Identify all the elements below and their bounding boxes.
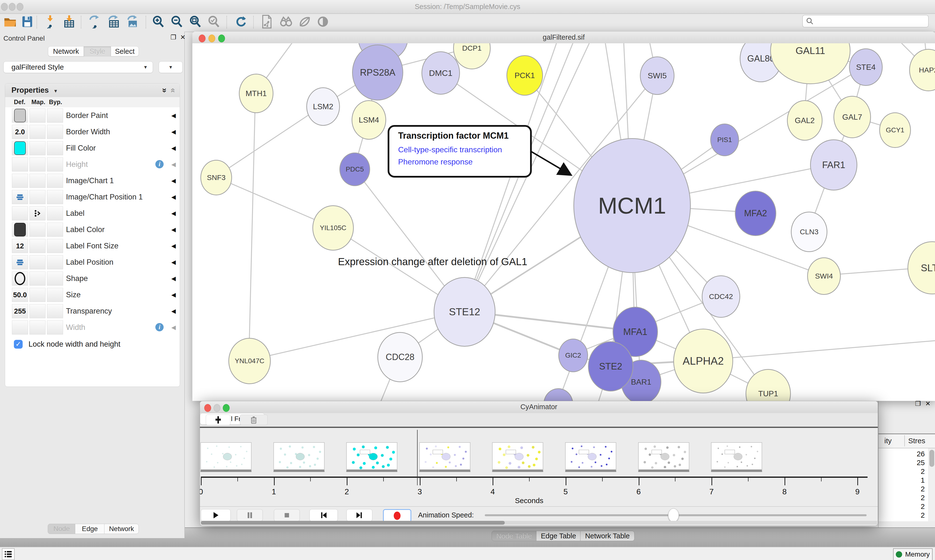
- default-value-cell[interactable]: [12, 141, 28, 155]
- network-node-ste4[interactable]: STE4: [849, 48, 883, 86]
- open-folder-button[interactable]: [3, 15, 17, 29]
- task-history-button[interactable]: [2, 548, 15, 560]
- default-value-cell[interactable]: [12, 223, 28, 237]
- memory-button[interactable]: Memory: [893, 548, 933, 560]
- tab-select[interactable]: Select: [111, 46, 139, 57]
- network-node-gic2[interactable]: GIC2: [559, 338, 588, 372]
- skip-to-start-button[interactable]: [310, 509, 338, 521]
- default-value-cell[interactable]: [12, 157, 28, 171]
- default-value-cell[interactable]: 2.0: [12, 125, 28, 139]
- expand-row-icon[interactable]: ◀: [171, 156, 176, 172]
- cyanimator-scrollbar[interactable]: [201, 521, 877, 525]
- animation-frame-thumbnail-6[interactable]: [638, 442, 689, 472]
- table-cell-value[interactable]: 2: [921, 467, 925, 475]
- minimize-window-icon[interactable]: [9, 3, 15, 11]
- expand-row-icon[interactable]: ◀: [171, 303, 176, 319]
- zoom-fit-button[interactable]: [188, 15, 202, 29]
- mapping-cell[interactable]: [29, 239, 46, 253]
- import-table-button[interactable]: [62, 15, 76, 29]
- annotation-link[interactable]: Cell-type-specific transcription: [398, 145, 502, 154]
- mapping-cell[interactable]: [29, 255, 46, 269]
- bypass-cell[interactable]: [47, 157, 63, 171]
- network-node-mth1[interactable]: MTH1: [239, 74, 273, 113]
- network-node-alpha2[interactable]: ALPHA2: [673, 329, 733, 393]
- default-value-cell[interactable]: [12, 174, 28, 188]
- table-cell-value[interactable]: 26: [917, 450, 925, 458]
- animation-frame-thumbnail-7[interactable]: [711, 442, 762, 472]
- network-node-ste2[interactable]: STE2: [588, 341, 633, 391]
- add-frame-button[interactable]: [206, 414, 231, 425]
- refresh-button[interactable]: [234, 15, 248, 29]
- default-value-cell[interactable]: 255: [12, 304, 28, 318]
- default-value-cell[interactable]: 12: [12, 239, 28, 253]
- info-icon[interactable]: i: [155, 160, 164, 168]
- expand-row-icon[interactable]: ◀: [171, 205, 176, 222]
- animation-frame-thumbnail-2[interactable]: [346, 442, 397, 472]
- animation-frame-thumbnail-5[interactable]: [565, 442, 616, 472]
- bypass-cell[interactable]: [47, 320, 63, 334]
- tab-style[interactable]: Style: [83, 46, 111, 57]
- close-window-icon[interactable]: [204, 404, 211, 412]
- mapping-cell[interactable]: [29, 206, 46, 220]
- bypass-cell[interactable]: [47, 304, 63, 318]
- maximize-window-icon[interactable]: [218, 35, 225, 42]
- expand-row-icon[interactable]: ◀: [171, 270, 176, 286]
- minimize-window-icon[interactable]: [208, 35, 215, 42]
- network-node-swi4[interactable]: SWI4: [807, 257, 841, 295]
- table-cell-value[interactable]: 2: [921, 485, 925, 493]
- panel-tab-network-table[interactable]: Network Table: [580, 531, 634, 541]
- mapping-cell[interactable]: [29, 157, 46, 171]
- network-node-lsm4[interactable]: LSM4: [352, 100, 386, 140]
- scrollbar-thumb[interactable]: [201, 521, 505, 525]
- collapse-all-icon[interactable]: »: [167, 88, 177, 93]
- default-value-cell[interactable]: [12, 109, 28, 123]
- network-node-ste12[interactable]: STE12: [434, 277, 495, 347]
- default-value-cell[interactable]: [12, 190, 28, 204]
- expand-row-icon[interactable]: ◀: [171, 319, 176, 335]
- info-icon[interactable]: i: [155, 323, 164, 331]
- scrollbar-thumb[interactable]: [929, 450, 934, 467]
- slider-handle[interactable]: [668, 508, 679, 522]
- panel-tab-edge-table[interactable]: Edge Table: [536, 531, 581, 541]
- minimize-window-icon[interactable]: [213, 404, 221, 412]
- save-button[interactable]: [20, 15, 34, 29]
- network-canvas[interactable]: DCP1RPS28ADMC1PCK1SWI5GAL80GAL11STE4HAP2…: [192, 43, 935, 401]
- expand-row-icon[interactable]: ◀: [171, 254, 176, 270]
- mapping-cell[interactable]: [29, 288, 46, 302]
- expand-row-icon[interactable]: ◀: [171, 189, 176, 205]
- hide-details-button[interactable]: [298, 15, 311, 29]
- bypass-cell[interactable]: [47, 239, 63, 253]
- default-value-cell[interactable]: 50.0: [12, 288, 28, 302]
- skip-to-end-button[interactable]: [347, 509, 372, 521]
- network-node-gcy1[interactable]: GCY1: [879, 112, 911, 148]
- style-target-tab-edge[interactable]: Edge: [75, 524, 105, 534]
- import-network-button[interactable]: [43, 15, 57, 29]
- annotation-link[interactable]: Pheromone response: [398, 157, 473, 166]
- mapping-cell[interactable]: [29, 174, 46, 188]
- animation-frame-thumbnail-0[interactable]: [201, 442, 251, 472]
- animation-frame-thumbnail-4[interactable]: [492, 442, 543, 472]
- bypass-cell[interactable]: [47, 109, 63, 123]
- bypass-cell[interactable]: [47, 255, 63, 269]
- network-node-snf3[interactable]: SNF3: [201, 160, 232, 195]
- network-node-lsm2[interactable]: LSM2: [306, 87, 340, 126]
- record-button[interactable]: [383, 509, 411, 522]
- network-node-far1[interactable]: FAR1: [810, 139, 857, 191]
- default-value-cell[interactable]: [12, 320, 28, 334]
- table-column-header[interactable]: Stres: [908, 437, 925, 445]
- close-window-icon[interactable]: [1, 3, 8, 11]
- network-node-pck1[interactable]: PCK1: [506, 55, 543, 95]
- mapping-cell[interactable]: [29, 125, 46, 139]
- bypass-cell[interactable]: [47, 288, 63, 302]
- animation-frame-thumbnail-1[interactable]: [273, 442, 325, 472]
- mapping-cell[interactable]: [29, 109, 46, 123]
- bypass-cell[interactable]: [47, 271, 63, 286]
- style-target-tab-node[interactable]: Node: [48, 524, 76, 534]
- search-network-button[interactable]: [279, 15, 293, 29]
- search-box[interactable]: [802, 15, 929, 28]
- close-window-icon[interactable]: [199, 35, 205, 42]
- table-cell-value[interactable]: 2: [921, 494, 925, 502]
- maximize-window-icon[interactable]: [223, 404, 230, 412]
- mapping-cell[interactable]: [29, 190, 46, 204]
- style-selector[interactable]: galFiltered Style ▾: [3, 61, 153, 73]
